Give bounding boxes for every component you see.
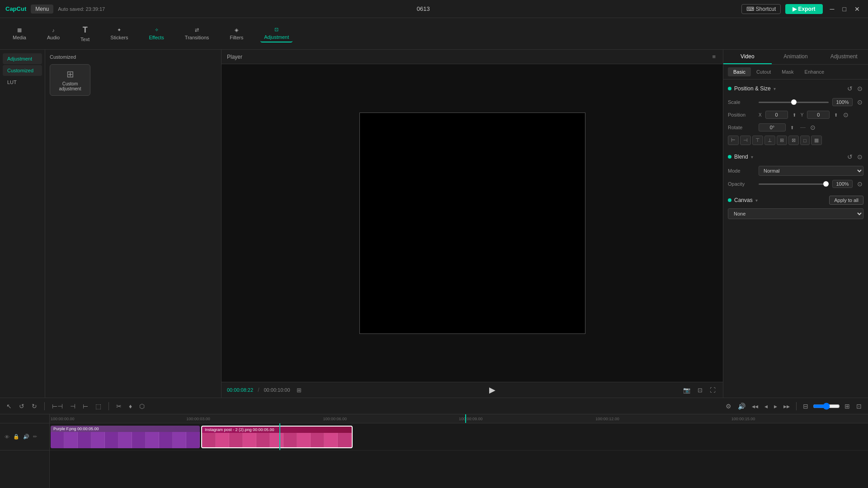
tab-video[interactable]: Video <box>723 50 772 64</box>
scale-value-input[interactable] <box>832 98 853 106</box>
split-button[interactable]: ⊢⊣ <box>50 402 65 411</box>
y-position-input[interactable] <box>807 111 830 119</box>
toolbar-item-audio[interactable]: ♪ Audio <box>43 26 63 42</box>
align-bottom-button[interactable]: ⊠ <box>788 136 799 145</box>
y-stepper-up[interactable]: ⬆ <box>833 112 839 118</box>
timeline-fit-button[interactable]: ⊡ <box>854 402 863 411</box>
timeline-undo-button[interactable]: ↺ <box>17 402 26 411</box>
film-frame <box>91 432 105 448</box>
panel-tab-basic[interactable]: Basic <box>728 67 751 76</box>
crop-button[interactable]: ⬡ <box>137 402 146 411</box>
film-frame <box>270 433 283 448</box>
position-lock-icon[interactable]: ⊙ <box>842 110 849 119</box>
tab-animation[interactable]: Animation <box>772 50 820 64</box>
panel-tab-enhance[interactable]: Enhance <box>799 67 830 76</box>
align-7-button[interactable]: □ <box>800 136 810 145</box>
rotate-stepper[interactable]: ⬆ <box>789 124 795 131</box>
export-button[interactable]: ▶ Export <box>785 4 822 14</box>
nav-item-adjustment[interactable]: Adjustment <box>3 53 42 64</box>
step-back-button[interactable]: ◂ <box>763 402 769 411</box>
shortcut-button[interactable]: ⌨ Shortcut <box>741 4 781 14</box>
blend-mode-select[interactable]: Normal Multiply Screen Overlay <box>759 166 863 176</box>
scale-lock-icon[interactable]: ⊙ <box>856 98 863 107</box>
blend-dot <box>728 155 731 159</box>
zoom-in-button[interactable]: ⊞ <box>843 402 852 411</box>
rotate-lock-icon[interactable]: ⊙ <box>809 123 816 132</box>
position-copy-button[interactable]: ⊙ <box>856 84 863 93</box>
delete-button[interactable]: ⬚ <box>94 402 103 411</box>
track-edit-button[interactable]: ✏ <box>32 433 38 440</box>
player-menu-button[interactable]: ≡ <box>710 52 717 61</box>
nav-item-lut[interactable]: LUT <box>3 77 42 88</box>
maximize-button[interactable]: □ <box>840 5 849 14</box>
fullscreen-button[interactable]: ⛶ <box>708 386 717 394</box>
clip-2-name: Instagram post - 2 (2).png 00:00:05.00 <box>205 427 274 432</box>
x-stepper-up[interactable]: ⬆ <box>792 112 797 118</box>
play-button[interactable]: ▶ <box>489 385 495 395</box>
align-top-button[interactable]: ⊥ <box>764 136 775 145</box>
scale-slider[interactable] <box>759 102 829 103</box>
player-right-controls: 📷 ⊡ ⛶ <box>681 386 717 394</box>
blend-copy-button[interactable]: ⊙ <box>856 152 863 161</box>
canvas-select[interactable]: None Blur Color Image <box>728 208 863 219</box>
clip-1[interactable]: Purple F.png 00:00:05.00 <box>51 426 200 448</box>
track-audio-button[interactable]: 🔊 <box>22 433 30 440</box>
mute-button[interactable]: 🔊 <box>736 402 747 411</box>
time-total: 00:00:10:00 <box>264 387 290 393</box>
x-position-input[interactable] <box>765 111 788 119</box>
ruler-mark-0: 100:00:00.00 <box>51 417 75 421</box>
menu-button[interactable]: Menu <box>31 5 53 14</box>
align-center-v-button[interactable]: ⊞ <box>777 136 787 145</box>
close-button[interactable]: ✕ <box>852 5 863 14</box>
canvas-header: Canvas ▾ Apply to all <box>728 196 863 205</box>
apply-to-all-button[interactable]: Apply to all <box>829 196 863 205</box>
custom-adjustment-card[interactable]: ⊞ Customadjustment <box>50 64 90 96</box>
trim-button[interactable]: ⊣ <box>68 402 77 411</box>
clip-2[interactable]: Instagram post - 2 (2).png 00:00:05.00 <box>201 426 353 448</box>
tab-adjustment[interactable]: Adjustment <box>820 50 868 64</box>
toolbar-item-text[interactable]: T Text <box>77 23 93 44</box>
align-8-button[interactable]: ▦ <box>811 136 822 145</box>
zoom-out-button[interactable]: ⊟ <box>801 402 810 411</box>
align-right-button[interactable]: ⊤ <box>752 136 763 145</box>
time-current: 00:00:08:22 <box>227 387 253 393</box>
film-frame <box>324 433 338 448</box>
opacity-value-input[interactable] <box>832 180 853 188</box>
position-reset-button[interactable]: ↺ <box>846 84 854 93</box>
y-axis-label: Y <box>801 113 804 117</box>
next-frame-button[interactable]: ▸▸ <box>782 402 792 411</box>
opacity-slider[interactable] <box>759 183 829 185</box>
zoom-slider[interactable] <box>813 403 840 410</box>
cut-button[interactable]: ⊢ <box>81 402 90 411</box>
align-left-button[interactable]: ⊢ <box>728 136 739 145</box>
project-name: 0613 <box>417 5 430 12</box>
toolbar-item-adjustment[interactable]: ⊡ Adjustment <box>260 25 292 42</box>
toolbar-item-stickers[interactable]: ✦ Stickers <box>107 25 132 42</box>
toolbar-item-transitions[interactable]: ⇄ Transitions <box>181 25 212 42</box>
step-forward-button[interactable]: ▸ <box>772 402 779 411</box>
prev-frame-button[interactable]: ◂◂ <box>750 402 760 411</box>
screenshot-button[interactable]: 📷 <box>681 386 692 394</box>
nav-item-customized[interactable]: Customized <box>3 65 42 76</box>
track-area: Purple F.png 00:00:05.00 <box>50 423 868 488</box>
timeline-select-button[interactable]: ↖ <box>5 402 14 411</box>
track-lock-button[interactable]: 🔒 <box>12 433 20 440</box>
opacity-lock-icon[interactable]: ⊙ <box>856 179 863 188</box>
toolbar-item-filters[interactable]: ◈ Filters <box>226 25 247 42</box>
panel-tab-mask[interactable]: Mask <box>776 67 799 76</box>
panel-tab-cutout[interactable]: Cutout <box>751 67 776 76</box>
track-visibility-button[interactable]: 👁 <box>4 433 10 440</box>
fit-button[interactable]: ⊡ <box>696 386 704 394</box>
blend-reset-button[interactable]: ↺ <box>846 152 854 161</box>
adjustment-content: Customized ⊞ Customadjustment <box>45 50 221 398</box>
rotate-input[interactable] <box>759 123 786 131</box>
toolbar-item-effects[interactable]: ✧ Effects <box>145 25 167 42</box>
minimize-button[interactable]: ─ <box>827 5 837 14</box>
freeze-button[interactable]: ✂ <box>114 402 123 411</box>
toolbar-item-media[interactable]: ▦ Media <box>9 25 30 42</box>
align-center-h-button[interactable]: ⊣ <box>740 136 751 145</box>
timecode-settings-button[interactable]: ⊞ <box>295 386 303 394</box>
keyframe-button[interactable]: ♦ <box>127 402 134 411</box>
timeline-redo-button[interactable]: ↻ <box>30 402 39 411</box>
timeline-settings-button[interactable]: ⚙ <box>724 402 733 411</box>
